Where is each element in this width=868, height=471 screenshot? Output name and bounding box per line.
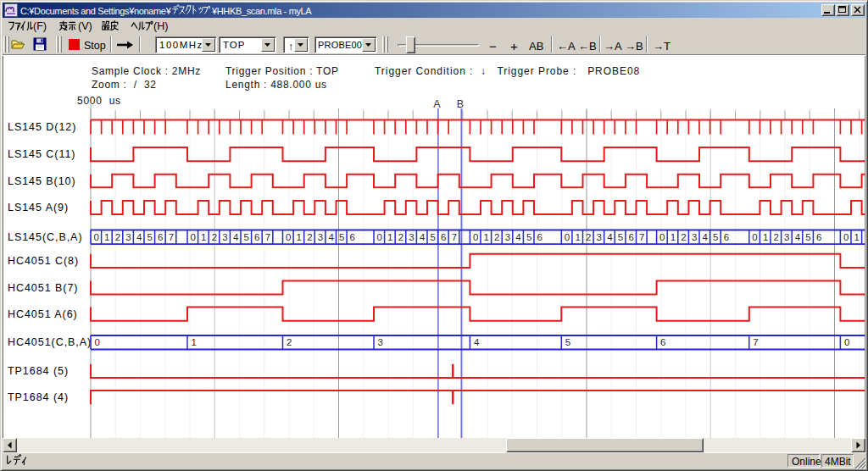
svg-text:1: 1	[192, 337, 197, 347]
svg-text:0: 0	[286, 232, 291, 242]
svg-text:5: 5	[431, 232, 436, 242]
svg-text:7: 7	[753, 337, 758, 347]
svg-text:1: 1	[854, 232, 860, 242]
svg-text:7: 7	[452, 232, 457, 242]
svg-text:1: 1	[201, 232, 206, 242]
svg-text:3: 3	[125, 232, 131, 242]
svg-text:2: 2	[307, 232, 312, 242]
svg-text:4: 4	[795, 232, 801, 242]
svg-text:3: 3	[784, 232, 789, 242]
svg-text:5: 5	[618, 232, 623, 242]
svg-text:4: 4	[420, 232, 426, 242]
svg-text:5: 5	[339, 232, 344, 242]
svg-text:4: 4	[607, 232, 613, 242]
svg-text:0: 0	[752, 232, 757, 242]
svg-text:7: 7	[169, 232, 174, 242]
svg-text:3: 3	[692, 232, 697, 242]
svg-text:0: 0	[844, 337, 849, 347]
svg-text:6: 6	[660, 337, 665, 347]
svg-text:7: 7	[639, 232, 644, 242]
svg-text:4: 4	[515, 232, 521, 242]
svg-text:0: 0	[95, 337, 100, 347]
svg-text:0: 0	[377, 232, 382, 242]
svg-text:3: 3	[222, 232, 227, 242]
svg-text:2: 2	[398, 232, 403, 242]
svg-text:6: 6	[537, 232, 542, 242]
svg-text:5: 5	[713, 232, 718, 242]
svg-text:2: 2	[681, 232, 686, 242]
svg-text:0: 0	[473, 232, 478, 242]
svg-text:6: 6	[724, 232, 729, 242]
svg-text:2: 2	[115, 232, 120, 242]
svg-text:3: 3	[318, 232, 323, 242]
svg-text:2: 2	[586, 232, 591, 242]
svg-text:1: 1	[670, 232, 676, 242]
svg-text:6: 6	[350, 232, 355, 242]
svg-text:A: A	[433, 98, 441, 110]
svg-text:4: 4	[233, 232, 239, 242]
svg-text:5: 5	[244, 232, 249, 242]
svg-text:3: 3	[409, 232, 414, 242]
svg-text:3: 3	[505, 232, 510, 242]
svg-text:6: 6	[254, 232, 259, 242]
svg-text:5: 5	[565, 337, 570, 347]
svg-text:7: 7	[265, 232, 270, 242]
svg-text:0: 0	[843, 232, 849, 242]
svg-text:6: 6	[158, 232, 163, 242]
svg-text:6: 6	[441, 232, 446, 242]
svg-text:B: B	[457, 98, 464, 110]
svg-text:5: 5	[147, 232, 153, 242]
svg-text:6: 6	[628, 232, 633, 242]
svg-text:4: 4	[474, 337, 480, 347]
svg-text:2: 2	[287, 337, 292, 347]
svg-text:3: 3	[378, 337, 383, 347]
svg-text:1: 1	[104, 232, 109, 242]
svg-text:4: 4	[328, 232, 334, 242]
svg-text:0: 0	[659, 232, 665, 242]
svg-text:5: 5	[526, 232, 531, 242]
svg-text:2: 2	[774, 232, 779, 242]
svg-text:2: 2	[494, 232, 499, 242]
svg-text:5: 5	[805, 232, 810, 242]
svg-text:0: 0	[94, 232, 99, 242]
svg-text:1: 1	[575, 232, 580, 242]
svg-text:4: 4	[136, 232, 142, 242]
svg-text:1: 1	[484, 232, 489, 242]
svg-text:0: 0	[191, 232, 196, 242]
svg-text:2: 2	[212, 232, 217, 242]
svg-text:0: 0	[565, 232, 570, 242]
svg-text:4: 4	[703, 232, 709, 242]
svg-text:1: 1	[763, 232, 768, 242]
svg-text:3: 3	[597, 232, 602, 242]
svg-text:1: 1	[297, 232, 302, 242]
svg-text:6: 6	[816, 232, 821, 242]
svg-text:1: 1	[387, 232, 392, 242]
